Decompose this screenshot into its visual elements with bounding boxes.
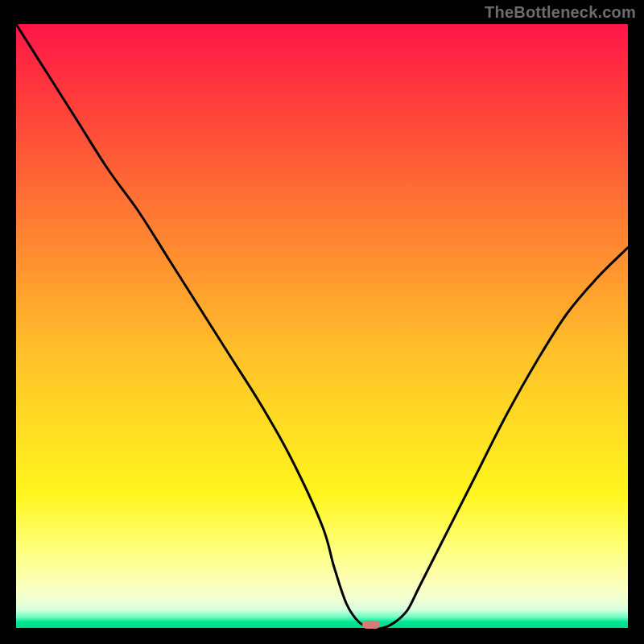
bottleneck-curve: [16, 24, 628, 628]
optimal-point-marker: [362, 621, 380, 629]
plot-area: [16, 24, 628, 628]
curve-layer: [16, 24, 628, 628]
bottleneck-chart: TheBottleneck.com: [0, 0, 644, 644]
watermark-text: TheBottleneck.com: [485, 3, 636, 22]
